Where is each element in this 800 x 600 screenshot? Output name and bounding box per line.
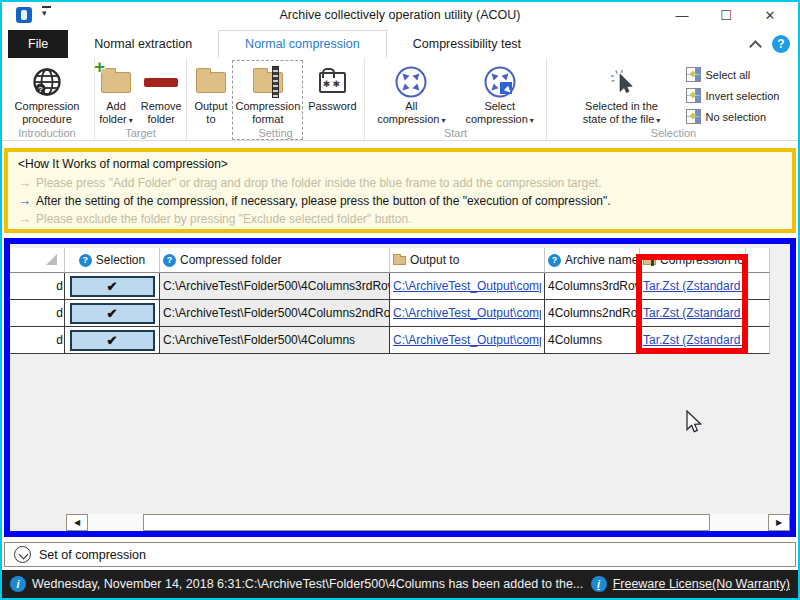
filler-cell [746,327,770,354]
compression-format-cell: Tar.Zst (Zstandard Lv 03) [640,327,746,354]
expander-label: Set of compression [39,548,146,562]
column-header-compressed-folder[interactable]: ?Compressed folder [160,248,390,273]
instruction-step: →Please press "Add Folder" or drag and d… [18,175,782,190]
compression-format-link[interactable]: Tar.Zst (Zstandard Lv 03) [643,333,742,347]
group-label-setting: Setting [187,127,364,139]
dropdown-caret-icon: ▾ [656,116,660,125]
grid-clear-icon [686,109,701,124]
button-label: Add [106,100,126,113]
selection-cell[interactable]: ✔ [65,327,160,354]
output-path-link[interactable]: C:\ArchiveTest_Output\comp [393,333,541,347]
selection-cell[interactable]: ✔ [65,273,160,300]
instruction-step: →After the setting of the compression, i… [18,193,782,208]
ribbon-group-setting: Output to Compression format ✱✱ Password… [187,58,365,140]
arrow-icon: → [18,175,31,190]
row-header[interactable]: d [10,327,65,354]
maximize-button[interactable]: ☐ [704,0,748,30]
row-header[interactable]: d [10,300,65,327]
tab-compressibility-test[interactable]: Compressibility test [387,30,547,58]
column-header-output-to[interactable]: Output to [390,248,545,273]
button-label: to [206,113,215,126]
compressed-folder-cell: C:\ArchiveTest\Folder500\4Columns3rdRow [160,273,390,300]
grid-select-icon [686,67,701,82]
button-label: Password [308,100,356,113]
button-label: Invert selection [706,90,780,102]
invert-selection-button[interactable]: Invert selection [686,85,780,106]
dropdown-caret-icon: ▾ [530,116,534,125]
ribbon-group-start: All compression▾ Sel [365,58,547,140]
ribbon: ? Compression procedure Introduction + A… [0,58,800,141]
corner-triangle-icon [46,254,57,265]
group-label-selection: Selection [547,127,800,139]
compression-format-cell: Tar.Zst (Zstandard Lv 03) [640,300,746,327]
help-icon: ? [548,254,561,267]
app-icon [16,7,32,23]
button-label: compression▾ [466,113,534,127]
tab-normal-extraction[interactable]: Normal extraction [68,30,218,58]
scroll-right-button[interactable]: ▶ [768,514,790,531]
select-all-corner[interactable] [10,248,65,273]
how-it-works-title: <How It Works of normal compression> [18,157,782,171]
output-to-cell: C:\ArchiveTest_Output\comp [390,273,545,300]
password-lock-icon: ✱✱ [319,64,346,100]
compression-format-link[interactable]: Tar.Zst (Zstandard Lv 03) [643,306,742,320]
column-header-filler [746,248,770,273]
help-icon[interactable]: ? [772,35,790,53]
folder-zip-icon [643,256,656,265]
output-path-link[interactable]: C:\ArchiveTest_Output\comp [393,306,541,320]
compress-all-icon [394,64,428,100]
folder-icon [393,256,406,265]
group-label-target: Target [95,127,186,139]
dropdown-caret-icon: ▾ [441,116,445,125]
output-to-cell: C:\ArchiveTest_Output\comp [390,300,545,327]
quick-access-caret-icon[interactable]: ▾ [42,9,47,18]
button-label: Select [484,100,515,113]
column-header-selection[interactable]: ?Selection [65,248,160,273]
button-label: Compression [15,100,80,113]
no-selection-button[interactable]: No selection [686,106,780,127]
info-icon: i [591,576,607,592]
scroll-left-button[interactable]: ◀ [66,514,88,531]
output-to-cell: C:\ArchiveTest_Output\comp [390,327,545,354]
instruction-step: →Please exclude the folder by pressing "… [18,211,782,226]
button-label: All [405,100,417,113]
compress-select-icon [483,64,517,100]
remove-bar-icon [144,64,178,100]
filler-cell [746,273,770,300]
collapse-ribbon-icon[interactable] [749,40,762,53]
row-header[interactable]: d [10,273,65,300]
button-label: procedure [22,113,72,126]
close-button[interactable]: ✕ [748,0,792,30]
compression-format-cell: Tar.Zst (Zstandard Lv 03) [640,273,746,300]
selection-cell[interactable]: ✔ [65,300,160,327]
output-path-link[interactable]: C:\ArchiveTest_Output\comp [393,279,541,293]
minimize-button[interactable]: — [660,0,704,30]
table-row: d ✔ C:\ArchiveTest\Folder500\4Columns C:… [10,327,770,354]
svg-text:?: ? [38,85,43,94]
info-icon: i [10,576,26,592]
button-label: Compression [235,100,300,113]
set-of-compression-expander[interactable]: Set of compression [4,542,796,567]
button-label: folder [148,113,176,126]
checkbox-checked[interactable]: ✔ [70,330,155,351]
select-all-button[interactable]: Select all [686,64,780,85]
compression-format-link[interactable]: Tar.Zst (Zstandard Lv 03) [643,279,742,293]
button-label: Output [194,100,227,113]
compression-grid: ?Selection ?Compressed folder Output to … [10,248,770,354]
column-header-archive-name[interactable]: ?Archive name [545,248,640,273]
freeware-license-link[interactable]: i Freeware License(No Warranty) [591,576,790,592]
checkbox-checked[interactable]: ✔ [70,303,155,324]
arrow-icon: → [18,193,31,208]
status-message: Wednesday, November 14, 2018 6:31:C:\Arc… [32,577,583,591]
ribbon-group-selection: Selected in the state of the file▾ Selec… [547,58,800,140]
tab-file[interactable]: File [8,30,68,58]
horizontal-scrollbar-thumb[interactable] [143,514,710,531]
archive-name-cell: 4Columns3rdRow [545,273,640,300]
dropdown-caret-icon: ▾ [129,116,133,125]
column-header-compression-format[interactable]: Compression format [640,248,746,273]
checkbox-checked[interactable]: ✔ [70,276,155,297]
tab-normal-compression[interactable]: Normal compression [218,30,387,58]
status-bar: i Wednesday, November 14, 2018 6:31:C:\A… [0,570,800,598]
folder-zip-icon [253,64,283,100]
button-label: state of the file▾ [583,113,661,127]
